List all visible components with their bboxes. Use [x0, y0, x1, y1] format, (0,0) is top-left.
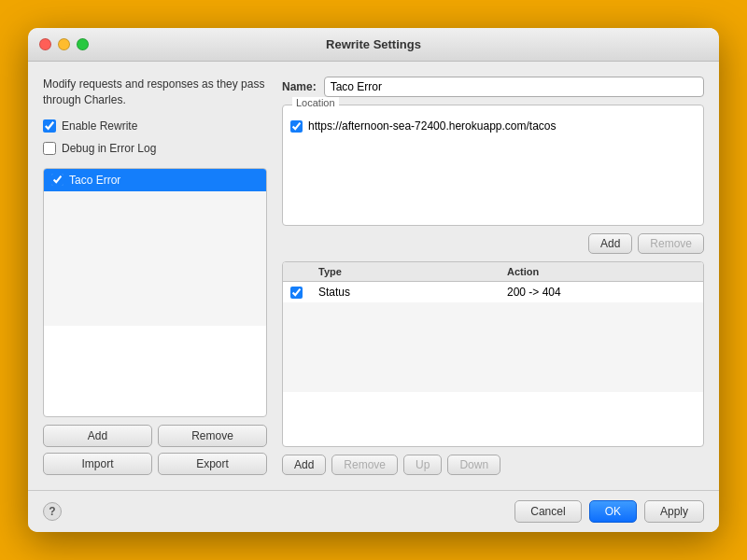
title-bar: Rewrite Settings: [28, 28, 719, 62]
rule-action: 200 -> 404: [507, 286, 696, 299]
down-button[interactable]: Down: [447, 455, 500, 475]
rule-checkbox[interactable]: [290, 287, 303, 299]
maximize-button[interactable]: [77, 38, 89, 50]
enable-rewrite-checkbox[interactable]: [43, 119, 56, 133]
add-location-button[interactable]: Add: [588, 233, 632, 254]
description-text: Modify requests and responses as they pa…: [43, 77, 267, 108]
debug-error-label: Debug in Error Log: [62, 142, 156, 155]
help-button[interactable]: ?: [43, 502, 62, 521]
close-button[interactable]: [39, 38, 51, 50]
ok-button[interactable]: OK: [589, 500, 637, 523]
footer-buttons: Cancel OK Apply: [514, 500, 704, 523]
location-box: Location https://afternoon-sea-72400.her…: [282, 105, 704, 226]
up-button[interactable]: Up: [403, 455, 442, 475]
location-legend: Location: [292, 97, 339, 108]
col-type-header: Type: [318, 266, 507, 277]
rule-row: [283, 325, 703, 347]
rule-table-body: Status 200 -> 404: [283, 282, 703, 392]
enable-rewrite-label: Enable Rewrite: [62, 119, 137, 133]
name-row: Name:: [282, 77, 704, 97]
apply-button[interactable]: Apply: [644, 500, 704, 523]
import-button[interactable]: Import: [43, 453, 152, 475]
rewrite-rules-list: Taco Error: [43, 168, 267, 417]
list-item: [44, 214, 266, 236]
rule-action-buttons: Add Remove Up Down: [282, 455, 704, 475]
location-action-buttons: Add Remove: [282, 233, 704, 254]
list-item[interactable]: Taco Error: [44, 169, 266, 191]
name-label: Name:: [282, 80, 317, 93]
rule-row[interactable]: Status 200 -> 404: [283, 282, 703, 302]
debug-error-row: Debug in Error Log: [43, 142, 267, 155]
list-item: [44, 303, 266, 326]
left-panel: Modify requests and responses as they pa…: [43, 77, 267, 475]
left-action-buttons: Add Remove Import Export: [43, 425, 267, 475]
rule-table: Type Action Status 200 -> 404: [282, 261, 704, 447]
rule-table-header: Type Action: [283, 262, 703, 282]
col-action-header: Action: [507, 266, 696, 277]
location-checkbox[interactable]: [290, 120, 303, 133]
window-title: Rewrite Settings: [326, 37, 421, 51]
rule-row: [283, 302, 703, 325]
list-item-checkbox[interactable]: [51, 174, 63, 186]
rule-row: [283, 347, 703, 370]
main-window: Rewrite Settings Modify requests and res…: [28, 28, 719, 532]
right-panel: Name: Location https://afternoon-sea-724…: [282, 77, 704, 475]
remove-location-button[interactable]: Remove: [638, 233, 704, 254]
export-button[interactable]: Export: [158, 453, 267, 475]
debug-error-checkbox[interactable]: [43, 142, 56, 155]
enable-rewrite-row: Enable Rewrite: [43, 119, 267, 133]
list-item: [44, 281, 266, 303]
cancel-button[interactable]: Cancel: [514, 500, 581, 523]
col-checkbox-header: [290, 266, 318, 277]
minimize-button[interactable]: [58, 38, 70, 50]
list-item: [44, 259, 266, 281]
remove-rule-button[interactable]: Remove: [158, 425, 267, 447]
list-item: [44, 191, 266, 214]
list-item-label: Taco Error: [69, 174, 120, 187]
list-item: [44, 236, 266, 259]
location-list: https://afternoon-sea-72400.herokuapp.co…: [283, 105, 703, 143]
add-rule-button[interactable]: Add: [43, 425, 152, 447]
content-area: Modify requests and responses as they pa…: [28, 62, 719, 490]
add-action-button[interactable]: Add: [282, 455, 326, 475]
rule-type: Status: [318, 286, 507, 299]
location-url: https://afternoon-sea-72400.herokuapp.co…: [308, 119, 557, 133]
window-controls: [39, 38, 89, 50]
name-input[interactable]: [324, 77, 704, 97]
rule-row: [283, 370, 703, 392]
remove-action-button[interactable]: Remove: [331, 455, 398, 475]
help-icon: ?: [49, 505, 55, 518]
footer: ? Cancel OK Apply: [28, 490, 719, 532]
location-item: https://afternoon-sea-72400.herokuapp.co…: [290, 117, 696, 135]
